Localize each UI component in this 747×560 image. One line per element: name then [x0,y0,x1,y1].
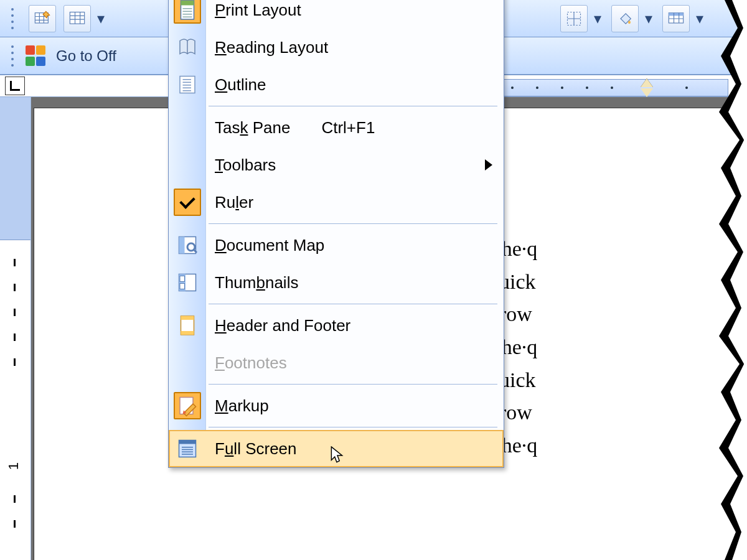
blank [174,349,201,376]
docmap-icon [174,231,201,259]
submenu-arrow-icon [485,159,492,170]
menu-shortcut: Ctrl+F1 [321,118,375,138]
ruler-scale[interactable] [492,79,728,96]
vertical-ruler[interactable]: 1 [0,97,31,560]
doc-text: brow [489,298,747,331]
view-menu: Print LayoutReading LayoutOutlineTask Pa… [168,0,504,468]
menu-item-label: Toolbars [215,156,276,175]
fullscreen-icon [174,435,201,462]
header-icon [174,312,201,339]
menu-item-thumbnails[interactable]: Thumbnails [169,264,504,301]
svg-rect-10 [183,17,192,18]
office-logo-icon [25,45,47,67]
menu-item-footnotes: Footnotes [169,344,504,381]
blank [174,114,201,141]
svg-rect-18 [179,237,185,254]
svg-rect-29 [179,441,196,444]
menu-item-label: Thumbnails [215,273,298,292]
toolbar-grip[interactable] [11,6,17,31]
menu-separator [209,223,497,224]
menu-item-label: Task Pane [215,118,290,138]
menu-item-outline[interactable]: Outline [169,66,504,103]
svg-rect-8 [183,11,192,12]
doc-text: The·q [489,233,747,266]
book-icon [174,34,201,61]
menu-item-header_footer[interactable]: Header and Footer [169,307,504,344]
menu-separator [209,304,497,304]
doc-text: brow [489,396,747,429]
menu-item-full_screen[interactable]: Full Screen [169,430,504,467]
markup-icon [174,392,201,419]
svg-rect-16 [183,90,192,91]
go-to-office-link[interactable]: Go to Off [56,47,116,65]
menu-item-label: Ruler [215,193,253,212]
borders-icon [565,10,583,27]
menu-item-markup[interactable]: Markup [169,387,504,424]
svg-rect-30 [182,447,193,448]
paint-bucket-icon [616,10,634,27]
toolbar-grip[interactable] [11,44,17,68]
svg-rect-31 [182,449,193,450]
svg-rect-15 [183,88,192,89]
svg-rect-33 [182,454,193,455]
menu-item-reading_layout[interactable]: Reading Layout [169,29,504,66]
doc-text: The·q [489,331,747,364]
menu-item-document_map[interactable]: Document Map [169,226,504,264]
draw-table-icon [34,10,51,27]
dropdown-caret[interactable]: ▾ [642,10,655,27]
dropdown-caret[interactable]: ▾ [95,10,107,27]
first-line-indent-marker[interactable] [641,78,653,87]
borders-button[interactable] [560,5,588,32]
menu-item-toolbars[interactable]: Toolbars [169,146,504,184]
svg-rect-4 [669,12,683,16]
menu-item-label: Reading Layout [215,38,328,57]
menu-separator [209,427,497,427]
svg-rect-1 [70,12,84,24]
doc-text: quick [489,364,747,397]
hanging-indent-marker[interactable] [641,88,653,97]
menu-item-label: Document Map [215,236,324,255]
menu-separator [209,106,497,106]
table-autoformat-button[interactable] [662,5,690,32]
thumbs-icon [174,269,201,296]
blank [174,189,201,216]
svg-rect-9 [183,14,192,15]
svg-rect-25 [181,316,194,320]
menu-item-label: Footnotes [215,353,287,373]
menu-item-label: Print Layout [215,1,301,20]
dropdown-caret[interactable]: ▾ [591,10,604,27]
outline-icon [174,71,201,98]
menu-item-label: Header and Footer [215,316,350,335]
doc-text: The·q [489,429,747,462]
ruler-number: 1 [6,462,22,470]
menu-item-label: Markup [215,396,269,416]
svg-rect-6 [181,1,194,6]
menu-item-print_layout[interactable]: Print Layout [169,0,504,29]
svg-rect-23 [180,284,185,289]
svg-rect-26 [181,331,194,335]
page-icon [174,0,201,24]
mouse-cursor-icon [331,446,344,465]
menu-item-task_pane[interactable]: Task PaneCtrl+F1 [169,109,504,146]
svg-rect-22 [180,276,185,282]
dropdown-caret[interactable]: ▾ [693,10,706,27]
svg-rect-14 [183,85,192,86]
svg-rect-7 [183,8,192,9]
menu-item-ruler[interactable]: Ruler [169,184,504,221]
table-style-icon [667,10,685,27]
menu-separator [209,384,497,385]
draw-table-button[interactable] [29,5,56,32]
svg-rect-32 [182,452,193,453]
insert-table-icon [68,10,86,27]
insert-table-button[interactable] [63,5,91,32]
svg-rect-12 [183,79,192,80]
blank [174,151,201,179]
shading-button[interactable] [611,5,639,32]
doc-text: quick [489,266,747,299]
menu-item-label: Outline [215,75,266,95]
svg-rect-13 [183,82,192,83]
word-window: ▾ ▾ ▾ ▾ Go to Off [0,0,747,560]
tab-selector[interactable] [5,77,25,95]
menu-item-label: Full Screen [215,439,297,459]
